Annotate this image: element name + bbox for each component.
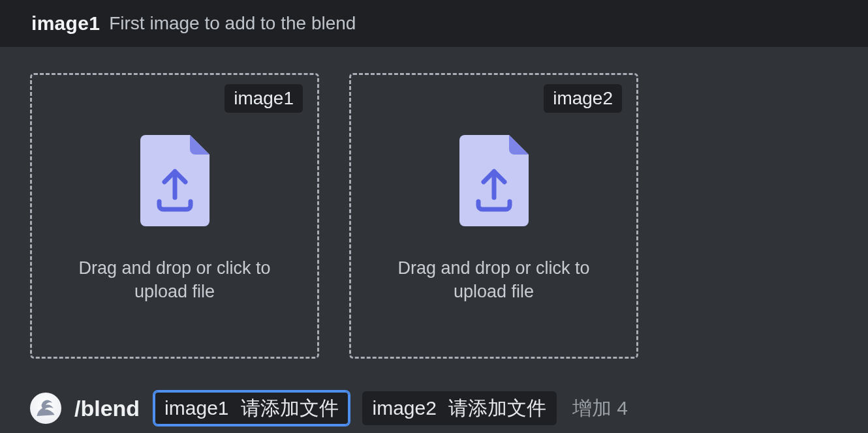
slash-command-name: /blend: [74, 396, 140, 421]
upload-slot-hint: Drag and drop or click to upload file: [70, 256, 279, 304]
upload-slot-label: image2: [544, 84, 622, 113]
param-tooltip-description: First image to add to the blend: [109, 13, 356, 34]
upload-slot-image1[interactable]: image1 Drag and drop or click to upload …: [30, 73, 319, 359]
upload-slot-label: image1: [225, 84, 303, 113]
upload-slots-row: image1 Drag and drop or click to upload …: [30, 73, 638, 359]
upload-slot-hint: Drag and drop or click to upload file: [390, 256, 598, 304]
command-input-bar[interactable]: /blend image1 请添加文件 image2 请添加文件 增加 4: [30, 391, 628, 425]
command-param-value: 请添加文件: [448, 395, 546, 422]
file-upload-icon: [140, 135, 209, 226]
command-param-key: image1: [164, 397, 228, 419]
command-param-value: 请添加文件: [241, 395, 339, 422]
command-param-image2[interactable]: image2 请添加文件: [362, 391, 557, 425]
param-tooltip-title: image1: [31, 12, 100, 35]
command-more-options-hint[interactable]: 增加 4: [572, 395, 628, 422]
bot-avatar: [30, 393, 61, 424]
command-param-key: image2: [373, 397, 437, 419]
upload-slot-image2[interactable]: image2 Drag and drop or click to upload …: [349, 73, 638, 359]
command-param-image1[interactable]: image1 请添加文件: [154, 391, 349, 425]
file-upload-icon: [459, 135, 529, 226]
param-tooltip-header: image1 First image to add to the blend: [0, 0, 868, 47]
